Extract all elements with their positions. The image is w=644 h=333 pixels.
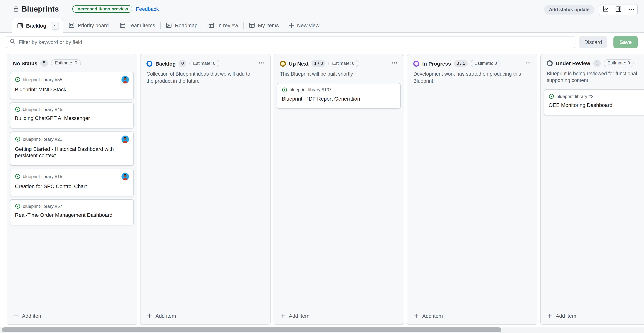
board-card[interactable]: blueprint-library #45Building ChatGPT AI… bbox=[10, 102, 134, 128]
assignee-avatar[interactable] bbox=[122, 76, 129, 83]
add-item-button[interactable]: Add item bbox=[407, 309, 537, 325]
board-card[interactable]: blueprint-library #55Blueprint: MIND Sta… bbox=[10, 72, 134, 99]
plus-icon bbox=[288, 22, 294, 28]
tab-team-items[interactable]: Team items bbox=[114, 18, 160, 32]
card-title[interactable]: Creation for SPC Control Chart bbox=[15, 183, 129, 190]
card-title[interactable]: Getting Started - Historical Dashboard w… bbox=[15, 146, 129, 159]
card-repo-label: blueprint-library #21 bbox=[23, 136, 62, 142]
lock-icon bbox=[13, 6, 19, 12]
column-cards: blueprint-library #55Blueprint: MIND Sta… bbox=[7, 69, 137, 309]
project-board-page: Blueprints Increased items preview Feedb… bbox=[0, 0, 644, 333]
column-count-badge: 1 bbox=[593, 60, 601, 67]
card-meta-row: blueprint-library #45 bbox=[15, 106, 129, 112]
insights-button[interactable] bbox=[599, 4, 612, 15]
card-meta-row: blueprint-library #15 bbox=[15, 173, 129, 180]
project-menu-button[interactable] bbox=[624, 4, 637, 15]
tab-label: Priority board bbox=[78, 22, 109, 28]
column-header: Up Next1 / 3Estimate: 0 bbox=[274, 54, 404, 70]
column-estimate-badge: Estimate: 0 bbox=[604, 59, 634, 67]
column-menu-button[interactable] bbox=[391, 59, 398, 68]
inactive-tabs: Priority boardTeam itemsRoadmapIn review… bbox=[63, 18, 284, 32]
kebab-icon bbox=[525, 60, 531, 67]
tab-my-items[interactable]: My items bbox=[244, 18, 284, 32]
save-button[interactable]: Save bbox=[614, 36, 638, 48]
add-item-button[interactable]: Add item bbox=[7, 309, 137, 325]
board-card[interactable]: blueprint-library #21Getting Started - H… bbox=[10, 131, 134, 166]
sidebar-collapse-icon bbox=[615, 6, 622, 13]
column-estimate-badge: Estimate: 0 bbox=[189, 59, 219, 67]
add-item-button[interactable]: Add item bbox=[541, 309, 644, 325]
card-title[interactable]: Blueprint: MIND Stack bbox=[15, 86, 129, 93]
column-count-badge: 0 bbox=[179, 60, 186, 67]
table-icon bbox=[120, 22, 126, 28]
add-item-label: Add item bbox=[556, 313, 576, 319]
tab-in-review[interactable]: In review bbox=[203, 18, 243, 32]
card-title[interactable]: OEE Monitoring Dashboard bbox=[548, 102, 644, 109]
card-title[interactable]: Real-Time Order Management Dashboard bbox=[15, 212, 129, 219]
card-repo-label: blueprint-library #15 bbox=[23, 174, 62, 179]
add-item-button[interactable]: Add item bbox=[140, 309, 270, 325]
collapse-sidebar-button[interactable] bbox=[612, 4, 624, 15]
issue-opened-icon bbox=[15, 136, 20, 142]
column-cards: blueprint-library #107Blueprint: PDF Rep… bbox=[274, 81, 404, 309]
kebab-icon bbox=[392, 60, 398, 67]
board-card[interactable]: blueprint-library #2OEE Monitoring Dashb… bbox=[544, 90, 644, 115]
chevron-down-icon bbox=[53, 22, 57, 29]
horizontal-scrollbar[interactable] bbox=[0, 327, 644, 333]
tab-label: Team items bbox=[128, 22, 155, 28]
filter-bar: Discard Save bbox=[0, 33, 644, 51]
discard-button[interactable]: Discard bbox=[579, 36, 607, 48]
column-name: In Progress bbox=[422, 60, 451, 66]
page-title: Blueprints bbox=[22, 5, 59, 13]
plus-icon bbox=[413, 313, 419, 319]
board-card[interactable]: blueprint-library #15Creation for SPC Co… bbox=[10, 169, 134, 196]
new-view-button[interactable]: New view bbox=[284, 18, 324, 32]
scrollbar-thumb[interactable] bbox=[2, 328, 501, 332]
status-circle-icon bbox=[413, 60, 419, 66]
assignee-avatar[interactable] bbox=[122, 173, 129, 180]
graph-icon bbox=[602, 6, 609, 13]
column-menu-button[interactable] bbox=[258, 59, 265, 68]
feedback-link[interactable]: Feedback bbox=[136, 6, 159, 12]
board-column-up-next: Up Next1 / 3Estimate: 0This Blueprint wi… bbox=[274, 54, 404, 325]
issue-opened-icon bbox=[15, 174, 20, 179]
column-estimate-badge: Estimate: 0 bbox=[51, 59, 81, 67]
kebab-icon bbox=[628, 6, 634, 13]
column-count-badge: 0 / 5 bbox=[454, 60, 468, 67]
filter-input[interactable] bbox=[19, 39, 571, 45]
card-meta-row: blueprint-library #21 bbox=[15, 135, 129, 143]
filter-input-box bbox=[6, 36, 576, 48]
card-title[interactable]: Building ChatGPT AI Messenger bbox=[15, 115, 129, 122]
board-column-backlog: Backlog0Estimate: 0Collection of Bluepri… bbox=[140, 54, 270, 325]
issue-opened-icon bbox=[15, 203, 20, 209]
tab-label: My items bbox=[258, 22, 279, 28]
column-header: Under Review1Estimate: 0 bbox=[541, 54, 644, 69]
board-card[interactable]: blueprint-library #57Real-Time Order Man… bbox=[10, 199, 134, 225]
status-circle-icon bbox=[146, 60, 152, 66]
column-header: In Progress0 / 5Estimate: 0 bbox=[407, 54, 537, 70]
column-name: Up Next bbox=[289, 60, 308, 66]
card-title[interactable]: Blueprint: PDF Report Generation bbox=[282, 96, 396, 102]
column-description: Collection of Blueprint ideas that we wi… bbox=[140, 70, 270, 88]
board-card[interactable]: blueprint-library #107Blueprint: PDF Rep… bbox=[277, 83, 401, 109]
add-status-update-button[interactable]: Add status update bbox=[544, 5, 594, 14]
column-name: Backlog bbox=[156, 60, 176, 66]
active-tab-label: Backlog bbox=[26, 22, 46, 28]
add-item-button[interactable]: Add item bbox=[274, 309, 404, 325]
tab-label: In review bbox=[217, 22, 238, 28]
add-item-label: Add item bbox=[289, 313, 310, 319]
roadmap-icon bbox=[166, 22, 172, 28]
table-icon bbox=[249, 22, 255, 28]
card-meta-row: blueprint-library #57 bbox=[15, 203, 129, 209]
tab-roadmap[interactable]: Roadmap bbox=[161, 18, 203, 32]
column-menu-button[interactable] bbox=[524, 59, 532, 68]
card-repo-label: blueprint-library #55 bbox=[23, 77, 62, 82]
tab-backlog-active[interactable]: Backlog bbox=[12, 18, 63, 33]
project-icon bbox=[69, 22, 75, 28]
tab-priority-board[interactable]: Priority board bbox=[64, 18, 114, 32]
tab-options-button[interactable] bbox=[51, 21, 59, 30]
column-count-badge: 5 bbox=[40, 60, 48, 67]
board-column-no-status: No Status5Estimate: 0blueprint-library #… bbox=[7, 54, 137, 325]
kebab-icon bbox=[258, 60, 264, 67]
assignee-avatar[interactable] bbox=[122, 135, 129, 143]
